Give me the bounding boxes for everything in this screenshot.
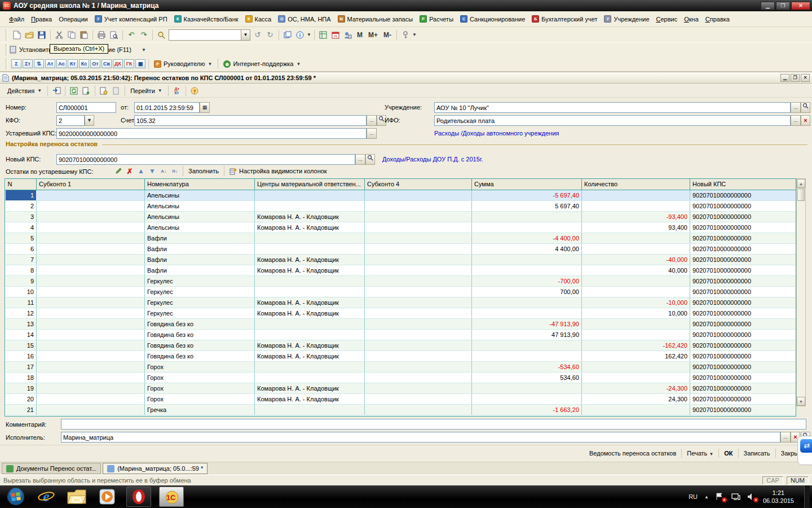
table-row[interactable]: 19ГорохКомарова Н. А. - Кладовщик-24,300…	[6, 383, 797, 393]
ifo-select-button[interactable]: ...	[791, 115, 801, 126]
cell-sub1[interactable]	[37, 275, 145, 286]
cell-qty[interactable]	[582, 361, 690, 372]
cell-kps[interactable]: 90207010000000000	[690, 254, 797, 265]
cell-n[interactable]: 7	[6, 254, 37, 265]
calendar-picker-icon[interactable]: ▦	[200, 102, 210, 113]
toolbar-handle[interactable]	[6, 29, 8, 41]
cell-qty[interactable]: -40,000	[582, 254, 690, 265]
table-row[interactable]: 3АпельсиныКомарова Н. А. - Кладовщик-93,…	[6, 211, 797, 222]
cell-n[interactable]: 6	[6, 243, 37, 254]
main-book-icon[interactable]: ГК	[124, 59, 134, 68]
cell-sub1[interactable]	[37, 372, 145, 383]
col-nomenclature[interactable]: Номенклатура	[145, 179, 255, 190]
menu-item-edit[interactable]: Правка	[28, 14, 55, 25]
opera-icon[interactable]	[126, 487, 151, 507]
cell-qty[interactable]: -93,400	[582, 211, 690, 222]
cell-qty[interactable]	[582, 243, 690, 254]
dtkt-icon[interactable]: ДтКт	[171, 85, 183, 97]
cell-sub4[interactable]	[365, 222, 472, 233]
cell-nom[interactable]: Горох	[145, 393, 255, 404]
media-player-icon[interactable]	[96, 486, 118, 507]
sort-desc-icon[interactable]: Я↓	[169, 166, 180, 176]
cell-qty[interactable]	[582, 286, 690, 297]
kfo-input[interactable]	[56, 115, 85, 126]
cell-nom[interactable]: Апельсины	[145, 211, 255, 222]
move-up-icon[interactable]: ▲	[135, 166, 147, 176]
cell-n[interactable]: 8	[6, 265, 37, 275]
cell-nom[interactable]: Гречка	[145, 404, 255, 415]
table-row[interactable]: 15Говядина без коКомарова Н. А. - Кладов…	[6, 340, 797, 351]
mdi-tab[interactable]: (Марина_матрица; 05.0...:59 *	[103, 463, 208, 474]
table-row[interactable]: 9Геркулес-700,0090207010000000000	[6, 275, 797, 286]
undo-icon[interactable]: ↶	[125, 29, 138, 41]
cell-sum[interactable]: 5 697,40	[472, 200, 582, 211]
sort-asc-icon[interactable]: А↓	[158, 166, 169, 176]
calendar-icon[interactable]: 31	[329, 29, 342, 41]
summary-postings-icon[interactable]: Св	[102, 59, 112, 68]
settings-dropdown-icon[interactable]: ▼	[412, 32, 417, 37]
cell-n[interactable]: 15	[6, 340, 37, 351]
postings-report-icon[interactable]: ДК	[113, 59, 123, 68]
menu-item-compensation[interactable]: УУчет компенсаций РП	[91, 13, 171, 25]
cell-sum[interactable]: -534,60	[472, 361, 582, 372]
internet-support-button[interactable]: ◍ Интернет-поддержка ▼	[220, 59, 304, 69]
cell-sub4[interactable]	[365, 318, 472, 329]
cell-sum[interactable]	[472, 308, 582, 318]
cell-sum[interactable]: -4 400,00	[472, 233, 582, 243]
goto-button[interactable]: Перейти▼	[127, 86, 166, 95]
menu-item-operations[interactable]: Операции	[55, 14, 91, 25]
cell-sub1[interactable]	[37, 361, 145, 372]
cell-kps[interactable]: 90207010000000000	[690, 297, 797, 308]
search-dropdown-icon[interactable]: ▼	[241, 29, 250, 41]
cell-kps[interactable]: 90207010000000000	[690, 190, 797, 200]
cell-nom[interactable]: Горох	[145, 383, 255, 393]
copy-icon[interactable]	[65, 29, 78, 41]
edit-pencil-icon[interactable]	[113, 166, 124, 176]
cell-n[interactable]: 17	[6, 361, 37, 372]
old-kps-input[interactable]	[56, 128, 367, 139]
cell-sum[interactable]: -47 913,90	[472, 318, 582, 329]
cell-nom[interactable]: Говядина без ко	[145, 340, 255, 351]
table-row[interactable]: 20ГорохКомарова Н. А. - Кладовщик24,3009…	[6, 393, 797, 404]
cell-sum[interactable]	[472, 222, 582, 233]
cell-center[interactable]: Комарова Н. А. - Кладовщик	[255, 383, 365, 393]
menu-item-file[interactable]: Файл	[6, 14, 28, 25]
cell-sum[interactable]	[472, 297, 582, 308]
cell-kps[interactable]: 90207010000000000	[690, 200, 797, 211]
set-institution-label-prefix[interactable]: Установить	[19, 46, 52, 53]
cell-n[interactable]: 18	[6, 372, 37, 383]
cell-nom[interactable]: Геркулес	[145, 297, 255, 308]
cell-nom[interactable]: Геркулес	[145, 286, 255, 297]
cell-sum[interactable]: 47 913,90	[472, 329, 582, 340]
cell-qty[interactable]	[582, 372, 690, 383]
cell-sub4[interactable]	[365, 200, 472, 211]
tray-clock[interactable]: 1:21 06.03.2015	[763, 489, 797, 505]
comment-input[interactable]	[61, 419, 806, 430]
memory-m-button[interactable]: M	[354, 31, 365, 39]
table-row[interactable]: 17Горох-534,6090207010000000000	[6, 361, 797, 372]
unpost-doc-icon[interactable]	[110, 85, 122, 97]
cell-sub4[interactable]	[365, 233, 472, 243]
cell-qty[interactable]: -10,000	[582, 297, 690, 308]
move-down-icon[interactable]: ▼	[147, 166, 158, 176]
cell-sub4[interactable]	[365, 265, 472, 275]
find-previous-icon[interactable]: ↺	[251, 29, 264, 41]
cell-center[interactable]: Комарова Н. А. - Кладовщик	[255, 340, 365, 351]
maximize-button[interactable]: ❐	[776, 2, 790, 10]
cell-n[interactable]: 10	[6, 286, 37, 297]
cell-sub4[interactable]	[365, 393, 472, 404]
close-button[interactable]: ✕	[791, 2, 810, 10]
col-centers[interactable]: Центры материальной ответствен...	[255, 179, 365, 190]
col-subconto1[interactable]: Субконто 1	[37, 179, 145, 190]
cell-kps[interactable]: 90207010000000000	[690, 340, 797, 351]
cell-center[interactable]	[255, 275, 365, 286]
cell-sub1[interactable]	[37, 393, 145, 404]
table-row[interactable]: 8ВафлиКомарова Н. А. - Кладовщик40,00090…	[6, 265, 797, 275]
info-dropdown-icon[interactable]: ▼	[306, 32, 312, 37]
print-icon[interactable]	[95, 29, 108, 41]
toolbar-handle[interactable]	[6, 58, 8, 69]
cell-qty[interactable]	[582, 404, 690, 415]
cell-n[interactable]: 9	[6, 275, 37, 286]
doc-titlebar[interactable]: (Марина_матрица; 05.03.2015 21:50:42): П…	[0, 72, 812, 84]
cell-n[interactable]: 4	[6, 222, 37, 233]
